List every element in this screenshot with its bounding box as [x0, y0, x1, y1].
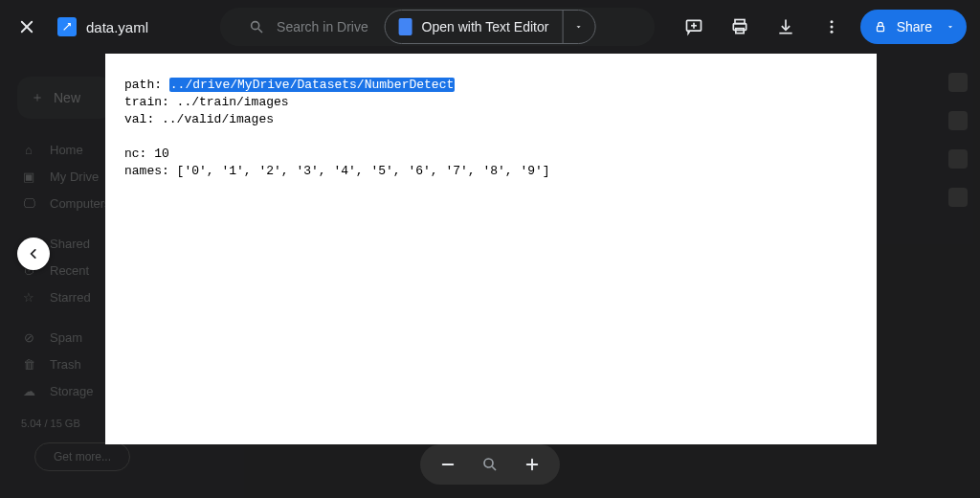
chevron-left-icon: [27, 247, 40, 260]
preview-topbar: data.yaml Search in Drive Open with Text…: [0, 0, 980, 54]
add-comment-button[interactable]: [677, 10, 711, 44]
print-button[interactable]: [723, 10, 757, 44]
collapse-sidebar-button[interactable]: [17, 238, 50, 270]
svg-line-3: [258, 29, 262, 33]
svg-rect-13: [877, 26, 883, 31]
yaml-val-line: val: ../valid/images: [124, 111, 858, 128]
svg-line-16: [492, 466, 496, 470]
kebab-icon: [823, 18, 840, 35]
yaml-nc-line: nc: 10: [124, 146, 858, 163]
zoom-out-button[interactable]: [434, 450, 462, 479]
chevron-down-icon: [574, 22, 584, 32]
search-placeholder: Search in Drive: [277, 19, 368, 34]
file-chip: data.yaml: [57, 17, 148, 36]
zoom-reset-button[interactable]: [476, 450, 504, 479]
search-ghost: Search in Drive: [248, 18, 368, 35]
close-button[interactable]: [11, 11, 42, 42]
yaml-path-selection: ../drive/MyDrive/Datasets/NumberDetect: [169, 78, 455, 92]
share-button[interactable]: Share: [860, 10, 967, 44]
more-actions-button[interactable]: [814, 10, 849, 44]
yaml-train-line: train: ../train/images: [124, 94, 858, 111]
text-editor-icon: [399, 18, 412, 35]
file-type-icon: [57, 17, 77, 36]
yaml-names-line: names: ['0', '1', '2', '3', '4', '5', '6…: [124, 163, 858, 180]
yaml-path-key: path:: [124, 78, 169, 92]
zoom-controls: [420, 444, 560, 485]
svg-point-12: [830, 31, 833, 34]
lock-icon: [874, 20, 887, 34]
svg-point-15: [484, 459, 493, 467]
svg-point-10: [830, 20, 833, 23]
share-label: Share: [897, 19, 932, 34]
open-with-button[interactable]: Open with Text Editor: [386, 18, 563, 35]
open-with-label: Open with Text Editor: [422, 19, 549, 34]
svg-point-11: [830, 26, 833, 29]
open-with-dropdown[interactable]: [562, 11, 594, 43]
chevron-down-icon: [946, 22, 955, 32]
plus-icon: [523, 456, 541, 473]
file-name: data.yaml: [86, 19, 148, 35]
file-preview: path: ../drive/MyDrive/Datasets/NumberDe…: [105, 54, 877, 444]
zoom-in-button[interactable]: [518, 450, 546, 479]
magnifier-icon: [481, 456, 499, 473]
minus-icon: [439, 456, 457, 473]
search-icon: [248, 18, 265, 35]
svg-point-2: [252, 22, 259, 30]
open-with-group: Open with Text Editor: [385, 10, 596, 44]
download-button[interactable]: [768, 10, 803, 44]
